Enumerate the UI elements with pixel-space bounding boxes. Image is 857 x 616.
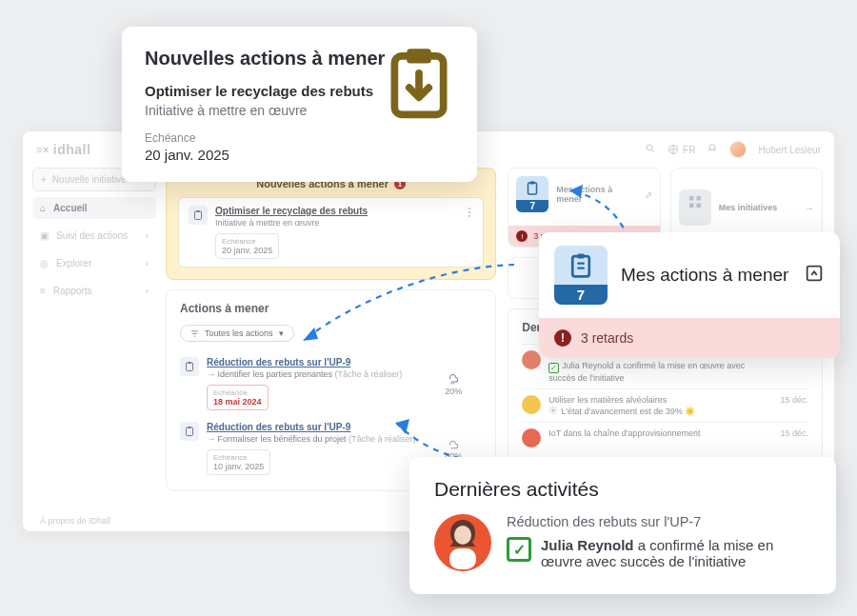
nav-home[interactable]: ⌂ Accueil xyxy=(32,197,156,219)
svg-point-30 xyxy=(454,526,471,545)
callout-deadline-value: 20 janv. 2025 xyxy=(145,147,454,163)
search-icon[interactable] xyxy=(645,143,656,156)
new-actions-banner: Nouvelles actions à mener 1 Optimiser le… xyxy=(166,168,496,280)
svg-rect-25 xyxy=(577,254,585,259)
new-initiative-label: Nouvelle initiative xyxy=(52,174,127,185)
svg-rect-11 xyxy=(528,183,537,194)
deadline-chip: Echéance 18 mai 2024 xyxy=(207,385,269,410)
action-title: Réduction des rebuts sur l'UP-9 xyxy=(207,357,417,368)
callout-my-actions: 7 Mes actions à mener ! 3 retards xyxy=(539,232,840,358)
tile-badge: 7 xyxy=(516,176,548,212)
nav-explore[interactable]: ◎ Explorer › xyxy=(32,252,156,274)
activity-line1: Réduction des rebuts sur l'UP-7 xyxy=(507,514,811,529)
callout-activities: Dernières activités Réduction des rebuts… xyxy=(409,457,836,594)
deadline-chip: Echéance 10 janv. 2025 xyxy=(207,449,270,475)
action-tag: (Tâche à réaliser) xyxy=(335,369,403,379)
chevron-right-icon: › xyxy=(146,230,149,241)
clipboard-icon xyxy=(567,251,595,280)
chevron-right-icon: › xyxy=(146,258,149,268)
chevron-right-icon: › xyxy=(146,286,149,296)
clipboard-icon xyxy=(180,357,199,376)
activity-row[interactable]: Utiliser les matières alvéolaires L'état… xyxy=(522,388,808,422)
svg-rect-5 xyxy=(187,363,193,371)
rain-icon xyxy=(447,371,460,385)
svg-rect-22 xyxy=(407,49,431,63)
alert-icon: ! xyxy=(516,230,528,242)
svg-rect-15 xyxy=(689,204,694,209)
clipboard-icon xyxy=(524,180,541,197)
svg-rect-16 xyxy=(696,204,701,209)
nav-home-label: Accueil xyxy=(53,203,88,213)
activity-text: L'état d'avancement est de 39% ☀️ xyxy=(561,407,695,416)
clipboard-download-icon xyxy=(380,44,458,122)
activity-line1: Utiliser les matières alvéolaires xyxy=(548,395,772,405)
nav-tracking[interactable]: ▣ Suivi des actions › xyxy=(32,225,156,247)
actions-filter[interactable]: Toutes les actions ▾ xyxy=(180,325,294,342)
language-switch[interactable]: FR xyxy=(668,144,695,155)
check-icon: ✓ xyxy=(507,537,531,562)
action-row[interactable]: Réduction des rebuts sur l'UP-9 Identifi… xyxy=(180,351,482,416)
alert-icon: ! xyxy=(554,329,571,347)
activity-line1: IoT dans la chaîne d'approvisionnement xyxy=(548,428,772,438)
action-subtitle: Formaliser les bénéfices du projet xyxy=(218,434,347,444)
avatar xyxy=(522,395,541,414)
avatar xyxy=(522,428,541,447)
svg-rect-6 xyxy=(189,362,191,364)
svg-rect-4 xyxy=(197,210,200,212)
nav-reports-label: Rapports xyxy=(53,286,92,296)
activity-person: Julia Reynold xyxy=(562,361,613,370)
activity-row[interactable]: IoT dans la chaîne d'approvisionnement 1… xyxy=(522,422,808,453)
tile-label: Mes actions à mener xyxy=(556,185,636,204)
weather-metric: 20% xyxy=(425,357,482,410)
grid-icon xyxy=(687,193,704,210)
avatar xyxy=(522,350,541,369)
nav-reports[interactable]: ≡ Rapports › xyxy=(32,280,156,302)
compass-icon: ◎ xyxy=(40,258,49,268)
header-right: FR Hubert Lesieur xyxy=(645,141,821,158)
user-name: Hubert Lesieur xyxy=(758,145,821,155)
banner-item-sub: Initiative à mettre en œuvre xyxy=(215,218,368,228)
callout-alert-text: 3 retards xyxy=(581,330,633,346)
tile-badge xyxy=(679,189,711,226)
banner-item[interactable]: Optimiser le recyclage des rebuts Initia… xyxy=(178,197,484,268)
user-avatar[interactable] xyxy=(729,141,747,158)
callout-activities-title: Dernières activités xyxy=(434,478,811,501)
arrow-right-icon: → xyxy=(805,203,814,213)
deadline-chip: Echéance 20 janv. 2025 xyxy=(215,233,279,259)
callout-new-actions: Nouvelles actions à mener Optimiser le r… xyxy=(122,27,477,182)
clipboard-icon xyxy=(180,422,199,441)
plus-icon: + xyxy=(41,174,47,185)
svg-rect-14 xyxy=(696,196,701,201)
kebab-icon[interactable]: ⋯ xyxy=(463,207,476,219)
nav-tracking-label: Suivi des actions xyxy=(56,230,128,241)
svg-rect-9 xyxy=(187,427,193,436)
svg-rect-24 xyxy=(572,256,589,276)
activity-date: 15 déc. xyxy=(780,428,808,438)
svg-line-8 xyxy=(453,383,454,385)
open-icon: ⬀ xyxy=(645,189,652,200)
svg-point-17 xyxy=(552,409,555,412)
actions-badge: 7 xyxy=(554,246,608,305)
nav-explore-label: Explorer xyxy=(56,258,91,268)
notifications-icon[interactable] xyxy=(707,143,718,156)
callout-alert-strip: ! 3 retards xyxy=(539,318,840,358)
callout-my-actions-title: Mes actions à mener xyxy=(621,265,790,286)
activity-person: Julia Reynold xyxy=(541,537,634,553)
actions-count: 7 xyxy=(554,285,608,305)
home-icon: ⌂ xyxy=(40,203,46,213)
brand-logo: idhall xyxy=(36,142,90,157)
filter-icon xyxy=(190,329,199,338)
chart-icon: ≡ xyxy=(40,286,46,296)
open-icon[interactable] xyxy=(804,263,825,288)
chevron-down-icon: ▾ xyxy=(279,328,284,338)
svg-rect-13 xyxy=(689,196,694,201)
svg-rect-3 xyxy=(195,211,202,220)
action-title: Réduction des rebuts sur l'UP-9 xyxy=(207,422,417,432)
activity-date: 15 déc. xyxy=(780,395,808,405)
svg-rect-31 xyxy=(449,548,476,569)
svg-rect-10 xyxy=(189,427,191,428)
sidebar: + Nouvelle initiative ⌂ Accueil ▣ Suivi … xyxy=(23,168,166,531)
action-tag: (Tâche à réaliser) xyxy=(349,434,416,444)
cloud-icon xyxy=(447,436,460,449)
gear-icon xyxy=(548,406,558,415)
